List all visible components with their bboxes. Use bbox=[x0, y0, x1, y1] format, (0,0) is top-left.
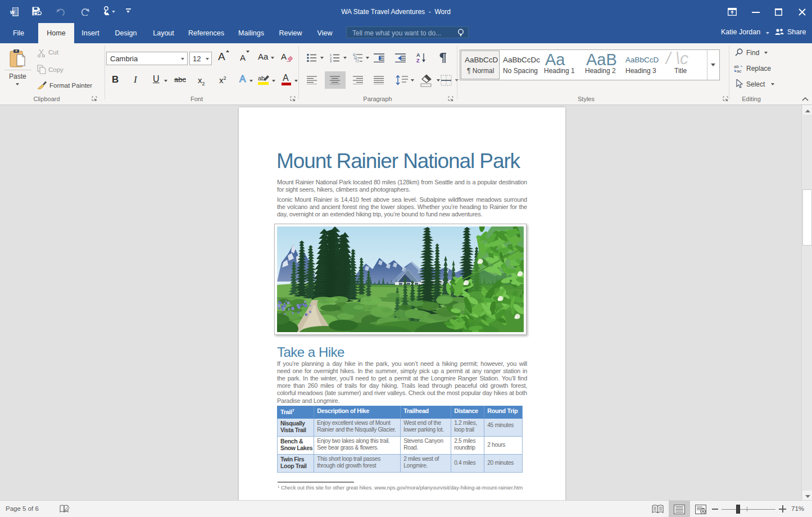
svg-text:3: 3 bbox=[330, 60, 332, 62]
svg-text:ab: ab bbox=[258, 75, 265, 81]
svg-text:A: A bbox=[416, 52, 420, 58]
svg-text:Z: Z bbox=[416, 58, 420, 63]
svg-text:ac: ac bbox=[737, 69, 741, 72]
